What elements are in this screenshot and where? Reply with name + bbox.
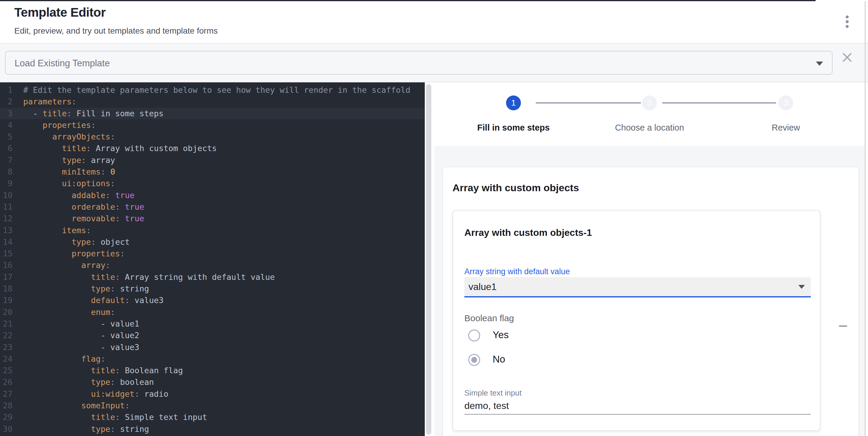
- line-number: 26: [0, 376, 12, 388]
- more-vert-icon[interactable]: [841, 12, 854, 31]
- line-number: 21: [0, 318, 12, 330]
- step-label: Review: [732, 123, 839, 133]
- preview-panel: 1Fill in some steps2Choose a location3Re…: [435, 82, 865, 436]
- step-1: 1Fill in some steps: [460, 96, 567, 133]
- form-card: Array with custom objects Array with cus…: [442, 167, 859, 436]
- page-header: Template Editor Edit, preview, and try o…: [0, 0, 868, 44]
- code-text: someInput:: [23, 400, 130, 411]
- stepper: 1Fill in some steps2Choose a location3Re…: [435, 82, 865, 146]
- scrollbar-thumb[interactable]: [426, 84, 431, 435]
- editor-line[interactable]: 1# Edit the template parameters below to…: [0, 84, 425, 96]
- line-number: 12: [0, 213, 12, 224]
- line-number: 25: [0, 365, 12, 376]
- code-text: orderable: true: [23, 201, 144, 213]
- page-title: Template Editor: [14, 5, 106, 20]
- select-field-label: Array string with default value: [464, 267, 570, 276]
- line-number: 29: [0, 411, 12, 423]
- main-split: 1# Edit the template parameters below to…: [0, 82, 868, 436]
- editor-line[interactable]: 27 ui:widget: radio: [0, 388, 425, 400]
- line-number: 27: [0, 388, 12, 400]
- code-text: removable: true: [23, 213, 144, 224]
- array-item-title: Array with custom objects-1: [464, 227, 592, 238]
- line-number: 8: [0, 166, 12, 177]
- line-number: 23: [0, 341, 12, 353]
- code-text: - title: Fill in some steps: [23, 108, 163, 119]
- editor-line[interactable]: 6 title: Array with custom objects: [0, 142, 425, 154]
- editor-line[interactable]: 30 type: string: [0, 423, 425, 435]
- array-string-select[interactable]: value1: [464, 277, 811, 297]
- close-icon[interactable]: [842, 52, 852, 63]
- code-text: type: object: [23, 236, 130, 248]
- radio-checked-icon: [468, 354, 480, 366]
- line-number: 14: [0, 236, 12, 248]
- line-number: 9: [0, 177, 12, 189]
- code-text: title: Boolean flag: [23, 365, 183, 376]
- radio-option-label: No: [493, 354, 505, 365]
- page-subtitle: Edit, preview, and try out templates and…: [14, 26, 218, 36]
- editor-line[interactable]: 25 title: Boolean flag: [0, 365, 425, 376]
- editor-line[interactable]: 4 properties:: [0, 119, 425, 131]
- step-circle: 2: [642, 96, 657, 110]
- code-text: default: value3: [23, 295, 163, 306]
- code-text: title: Array string with default value: [23, 271, 275, 283]
- top-border-strip: [0, 0, 816, 1]
- code-text: items:: [23, 225, 91, 236]
- editor-line[interactable]: 12 removable: true: [0, 213, 425, 224]
- editor-line[interactable]: 14 type: object: [0, 236, 425, 248]
- editor-line[interactable]: 21 - value1: [0, 318, 425, 330]
- line-number: 7: [0, 154, 12, 166]
- line-number: 20: [0, 306, 12, 318]
- remove-item-button[interactable]: [836, 319, 850, 333]
- step-label: Fill in some steps: [460, 123, 567, 133]
- code-text: array:: [23, 259, 111, 271]
- editor-lines: 1# Edit the template parameters below to…: [0, 84, 425, 435]
- code-text: type: string: [23, 283, 149, 295]
- line-number: 16: [0, 259, 12, 271]
- editor-line[interactable]: 16 array:: [0, 259, 425, 271]
- editor-line[interactable]: 17 title: Array string with default valu…: [0, 271, 425, 283]
- step-label: Choose a location: [596, 123, 703, 133]
- editor-line[interactable]: 19 default: value3: [0, 295, 425, 306]
- step-2: 2Choose a location: [596, 96, 703, 133]
- simple-text-input[interactable]: demo, test: [464, 400, 811, 414]
- code-text: enum:: [23, 306, 115, 318]
- line-number: 18: [0, 283, 12, 295]
- editor-line[interactable]: 23 - value3: [0, 341, 425, 353]
- code-text: - value2: [23, 330, 139, 341]
- code-text: - value1: [23, 318, 139, 330]
- editor-line[interactable]: 8 minItems: 0: [0, 166, 425, 177]
- editor-line[interactable]: 24 flag:: [0, 353, 425, 365]
- load-existing-template-select[interactable]: Load Existing Template: [5, 51, 833, 75]
- code-editor[interactable]: 1# Edit the template parameters below to…: [0, 82, 425, 436]
- editor-line[interactable]: 15 properties:: [0, 248, 425, 259]
- editor-line[interactable]: 7 type: array: [0, 154, 425, 166]
- code-text: addable: true: [23, 190, 134, 201]
- editor-line[interactable]: 2parameters:: [0, 96, 425, 107]
- line-number: 28: [0, 400, 12, 411]
- editor-line[interactable]: 18 type: string: [0, 283, 425, 295]
- editor-line[interactable]: 10 addable: true: [0, 190, 425, 201]
- editor-line-active[interactable]: 3 - title: Fill in some steps: [0, 108, 425, 119]
- line-number: 30: [0, 423, 12, 435]
- code-text: minItems: 0: [23, 166, 115, 177]
- line-number: 5: [0, 131, 12, 142]
- step-3: 3Review: [732, 96, 839, 133]
- remove-icon: [839, 325, 847, 327]
- editor-line[interactable]: 9 ui:options:: [0, 177, 425, 189]
- editor-line[interactable]: 13 items:: [0, 225, 425, 236]
- editor-line[interactable]: 26 type: boolean: [0, 376, 425, 388]
- code-text: ui:widget: radio: [23, 388, 168, 400]
- radio-group-label: Boolean flag: [464, 313, 514, 323]
- editor-line[interactable]: 22 - value2: [0, 330, 425, 341]
- editor-line[interactable]: 11 orderable: true: [0, 201, 425, 213]
- editor-line[interactable]: 29 title: Simple text input: [0, 411, 425, 423]
- step-circle: 1: [506, 96, 521, 110]
- select-value: value1: [468, 281, 497, 292]
- dropdown-arrow-icon: [798, 285, 805, 289]
- radio-option-label: Yes: [493, 329, 509, 340]
- editor-line[interactable]: 28 someInput:: [0, 400, 425, 411]
- step-circle: 3: [778, 96, 793, 110]
- editor-line[interactable]: 20 enum:: [0, 306, 425, 318]
- line-number: 13: [0, 225, 12, 236]
- editor-line[interactable]: 5 arrayObjects:: [0, 131, 425, 142]
